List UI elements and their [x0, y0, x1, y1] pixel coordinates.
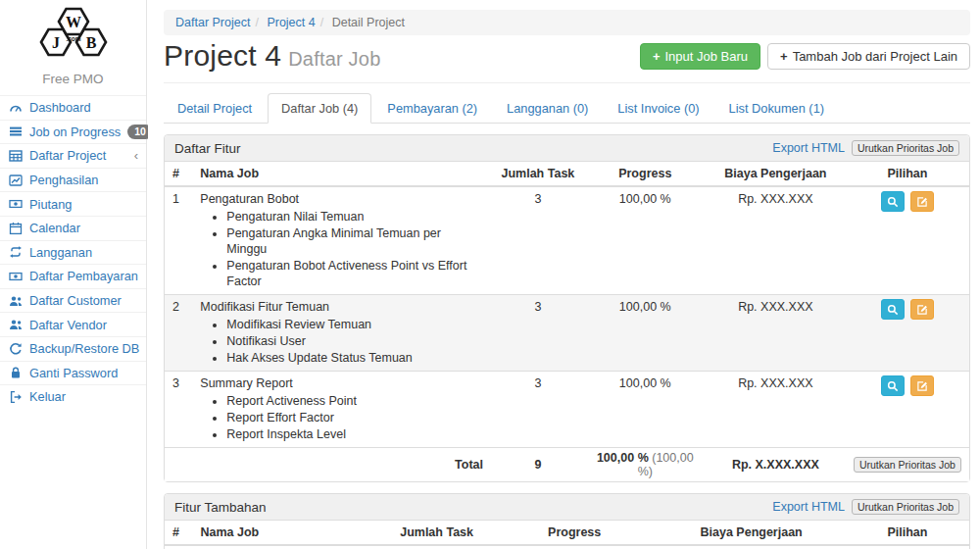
- dashboard-icon: [8, 101, 23, 115]
- sidebar-item-dashboard[interactable]: Dashboard: [0, 95, 146, 120]
- sidebar-item-piutang[interactable]: Piutang: [0, 191, 146, 216]
- tab-detail-project[interactable]: Detail Project: [164, 93, 266, 124]
- page-header: Project 4Daftar Job +Input Job Baru +Tam…: [164, 35, 970, 83]
- job-cost: Rp. XXX.XXX: [657, 545, 846, 549]
- job-cost: Rp. XXX.XXX: [706, 372, 846, 448]
- job-name-cell: Modifikasi Fitur Temuan Modifikasi Revie…: [192, 295, 491, 372]
- total-actions: Urutkan Prioritas Job: [846, 448, 969, 482]
- view-job-button[interactable]: [881, 191, 905, 212]
- edit-job-button[interactable]: [910, 299, 934, 320]
- breadcrumb-project-4[interactable]: Project 4: [267, 16, 315, 29]
- edit-job-button[interactable]: [910, 375, 934, 396]
- tambah-job-dari-project-lain-button[interactable]: +Tambah Job dari Project Lain: [767, 43, 970, 70]
- sidebar-item-label: Backup/Restore DB: [29, 341, 139, 356]
- sidebar-item-ganti-password[interactable]: Ganti Password: [0, 361, 146, 385]
- export-html-link[interactable]: Export HTML: [772, 141, 845, 155]
- money-icon: [8, 197, 23, 211]
- job-actions: [846, 295, 969, 372]
- urutkan-prioritas-job-button[interactable]: Urutkan Prioritas Job: [852, 140, 959, 156]
- urutkan-prioritas-job-button[interactable]: Urutkan Prioritas Job: [854, 457, 961, 473]
- panel-fitur-tambahan: Fitur Tambahan Export HTML Urutkan Prior…: [164, 493, 970, 549]
- project-title: Project 4: [164, 39, 281, 72]
- users-icon: [8, 318, 23, 331]
- job-cost: Rp. XXX.XXX: [706, 295, 846, 372]
- sidebar-item-penghasilan[interactable]: Penghasilan: [0, 168, 146, 192]
- sidebar-item-calendar[interactable]: Calendar: [0, 216, 146, 240]
- total-progress: 100,00 % (100,00 %): [585, 448, 706, 482]
- sidebar-item-daftar-project[interactable]: Daftar Project ‹: [0, 143, 146, 168]
- job-name: Pengaturan Bobot: [200, 191, 483, 207]
- job-actions: [846, 545, 969, 549]
- lock-icon: [8, 366, 23, 379]
- total-cost: Rp. X.XXX.XXX: [706, 448, 846, 482]
- sidebar-item-keluar[interactable]: Keluar: [0, 384, 146, 409]
- sidebar-item-label: Calendar: [29, 221, 80, 235]
- edit-icon: [916, 380, 928, 392]
- input-job-baru-button[interactable]: +Input Job Baru: [640, 43, 760, 70]
- subtask-item: Notifikasi User: [226, 333, 483, 349]
- refresh-icon: [8, 342, 23, 356]
- sidebar-item-label: Piutang: [29, 197, 72, 212]
- sidebar-item-daftar-vendor[interactable]: Daftar Vendor: [0, 312, 146, 336]
- job-name-cell: Modifikasi Profil User Tab F/U Temuan: [193, 545, 382, 549]
- sidebar-item-label: Daftar Customer: [29, 293, 122, 308]
- col-biaya-pengerjaan: Biaya Pengerjaan: [657, 521, 846, 545]
- plus-icon: +: [653, 49, 661, 64]
- search-icon: [887, 196, 899, 208]
- breadcrumb-daftar-project[interactable]: Daftar Project: [175, 16, 250, 29]
- fitur-tambahan-body: 1 Modifikasi Profil User Tab F/U Temuan …: [165, 545, 969, 549]
- jwb-hexagon-logo-icon: W J B .com: [28, 6, 119, 65]
- job-actions: [846, 372, 969, 448]
- app-name: Free PMO: [0, 72, 146, 86]
- job-actions: [846, 186, 969, 295]
- tab-list-invoice[interactable]: List Invoice (0): [604, 93, 712, 124]
- daftar-fitur-body: 1 Pengaturan Bobot Pengaturan Nilai Temu…: [165, 186, 969, 448]
- sidebar: W J B .com Free PMO Dashboard Job on Pro…: [0, 0, 147, 549]
- job-progress: 100,00 %: [492, 545, 657, 549]
- sidebar-item-job-on-progress[interactable]: Job on Progress 10: [0, 120, 146, 144]
- tab-langganan[interactable]: Langganan (0): [493, 93, 602, 124]
- svg-text:W: W: [66, 14, 81, 30]
- job-progress: 100,00 %: [585, 372, 706, 448]
- col-nama-job: Nama Job: [193, 521, 382, 545]
- urutkan-prioritas-job-button[interactable]: Urutkan Prioritas Job: [852, 499, 959, 515]
- subtask-item: Pengaturan Nilai Temuan: [226, 209, 483, 225]
- page-subtitle: Daftar Job: [288, 48, 380, 70]
- col-pilihan: Pilihan: [846, 521, 969, 545]
- table-header-row: # Nama Job Jumlah Task Progress Biaya Pe…: [165, 521, 969, 545]
- job-progress: 100,00 %: [585, 186, 706, 295]
- job-task-count: 3: [491, 186, 585, 295]
- sidebar-item-label: Daftar Project: [29, 148, 106, 163]
- sidebar-item-langganan[interactable]: Langganan: [0, 240, 146, 265]
- search-icon: [887, 380, 899, 392]
- sidebar-item-label: Keluar: [29, 389, 66, 404]
- search-icon: [887, 304, 899, 316]
- job-row: 3 Summary Report Report Activeness Point…: [165, 372, 969, 448]
- subtask-item: Pengaturan Angka Minimal Temuan per Ming…: [226, 225, 483, 257]
- export-html-link[interactable]: Export HTML: [772, 500, 845, 514]
- col-no: #: [165, 521, 193, 545]
- sidebar-item-daftar-customer[interactable]: Daftar Customer: [0, 288, 146, 313]
- sidebar-item-label: Daftar Pembayaran: [29, 269, 138, 283]
- tab-daftar-job[interactable]: Daftar Job (4): [268, 93, 371, 124]
- subtask-item: Report Effort Factor: [226, 410, 483, 425]
- col-no: #: [165, 162, 192, 186]
- total-row: Total 9 100,00 % (100,00 %) Rp. X.XXX.XX…: [165, 448, 969, 482]
- panel-heading-actions: Export HTML Urutkan Prioritas Job: [772, 499, 959, 515]
- button-label: Input Job Baru: [664, 49, 748, 64]
- tab-pembayaran[interactable]: Pembayaran (2): [373, 93, 491, 124]
- tab-list-dokumen[interactable]: List Dokumen (1): [715, 93, 838, 124]
- panel-heading: Fitur Tambahan Export HTML Urutkan Prior…: [165, 494, 969, 521]
- subtask-list: Pengaturan Nilai TemuanPengaturan Angka …: [212, 209, 483, 289]
- sidebar-item-label: Ganti Password: [29, 366, 118, 380]
- job-progress: 100,00 %: [585, 295, 706, 372]
- sidebar-item-label: Dashboard: [29, 100, 91, 115]
- view-job-button[interactable]: [881, 299, 905, 320]
- view-job-button[interactable]: [881, 375, 905, 396]
- sidebar-item-backup-restore-db[interactable]: Backup/Restore DB: [0, 336, 146, 361]
- tasks-icon: [8, 125, 23, 138]
- edit-job-button[interactable]: [910, 191, 934, 212]
- plus-icon: +: [780, 49, 788, 64]
- sidebar-item-daftar-pembayaran[interactable]: Daftar Pembayaran: [0, 264, 146, 288]
- svg-text:J: J: [52, 34, 60, 51]
